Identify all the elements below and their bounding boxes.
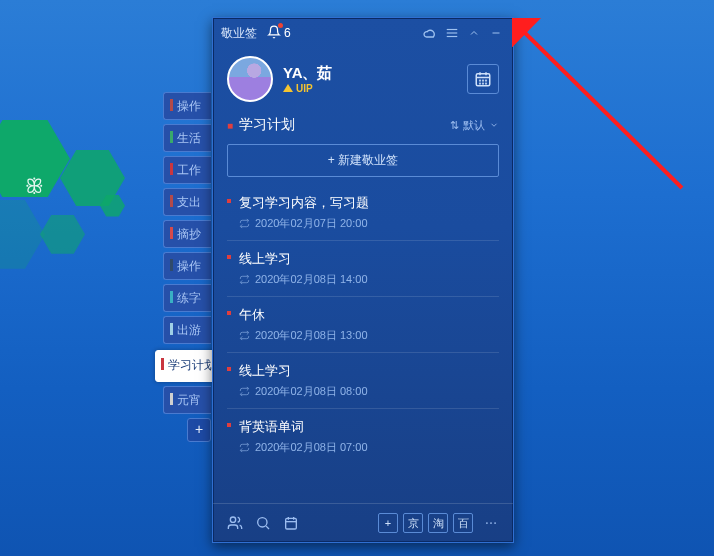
category-tab-label: 练字 (177, 291, 201, 305)
task-item[interactable]: 线上学习 2020年02月08日 08:00 (227, 353, 499, 409)
svg-point-18 (486, 83, 487, 84)
sort-label: 默认 (463, 118, 485, 133)
task-item[interactable]: 线上学习 2020年02月08日 14:00 (227, 241, 499, 297)
task-title: 午休 (239, 306, 499, 324)
svg-point-19 (230, 517, 235, 522)
svg-marker-2 (0, 200, 45, 269)
svg-point-16 (480, 83, 481, 84)
avatar[interactable] (227, 56, 273, 102)
collapse-icon[interactable] (465, 24, 483, 42)
svg-point-27 (490, 522, 492, 524)
category-tab[interactable]: 操作 (163, 252, 211, 280)
user-name: YA、茹 (283, 64, 467, 83)
notification-button[interactable]: 6 (267, 25, 291, 42)
category-tab-label: 工作 (177, 163, 201, 177)
category-tab[interactable]: 生活 (163, 124, 211, 152)
category-tab-label: 生活 (177, 131, 201, 145)
svg-line-29 (520, 28, 682, 188)
category-tab-label: 操作 (177, 259, 201, 273)
category-tab[interactable]: 出游 (163, 316, 211, 344)
category-tab-label: 出游 (177, 323, 201, 337)
user-row: YA、茹 UIP (213, 48, 513, 106)
app-title: 敬业签 (221, 25, 257, 42)
sort-arrows-icon: ⇅ (450, 119, 459, 132)
contacts-button[interactable] (225, 513, 245, 533)
task-time: 2020年02月07日 20:00 (255, 216, 368, 231)
svg-marker-4 (100, 195, 125, 217)
calendar-button[interactable] (467, 64, 499, 94)
category-tab-label: 摘抄 (177, 227, 201, 241)
history-button[interactable] (281, 513, 301, 533)
annotation-arrow (512, 18, 702, 218)
butterfly-icon: ꕥ (25, 175, 49, 195)
category-tabs: 操作 生活 工作 支出 摘抄 操作 练字 出游 (163, 92, 211, 348)
task-title: 复习学习内容，写习题 (239, 194, 499, 212)
app-window: 敬业签 6 YA、茹 UIP ■ (212, 17, 514, 543)
task-item[interactable]: 复习学习内容，写习题 2020年02月07日 20:00 (227, 185, 499, 241)
task-title: 线上学习 (239, 250, 499, 268)
new-note-button[interactable]: + 新建敬业签 (227, 144, 499, 177)
task-time: 2020年02月08日 14:00 (255, 272, 368, 287)
repeat-icon (239, 330, 250, 341)
category-tab[interactable]: 元宵 (163, 386, 211, 414)
svg-point-15 (486, 80, 487, 81)
category-tab-active[interactable]: 学习计划 (155, 350, 220, 382)
task-list: 复习学习内容，写习题 2020年02月07日 20:00 线上学习 2020年0… (213, 185, 513, 503)
search-button[interactable] (253, 513, 273, 533)
repeat-icon (239, 274, 250, 285)
repeat-icon (239, 442, 250, 453)
category-name: 学习计划 (239, 116, 295, 134)
svg-point-13 (480, 80, 481, 81)
svg-point-20 (258, 518, 267, 527)
task-title: 背英语单词 (239, 418, 499, 436)
svg-marker-1 (60, 150, 125, 206)
title-bar[interactable]: 敬业签 6 (213, 18, 513, 48)
bottom-box-tb[interactable]: 淘 (428, 513, 448, 533)
category-tab-label: 学习计划 (168, 358, 216, 372)
svg-point-26 (486, 522, 488, 524)
category-tab[interactable]: 操作 (163, 92, 211, 120)
menu-icon[interactable] (443, 24, 461, 42)
more-icon[interactable] (481, 513, 501, 533)
category-tab-label: 操作 (177, 99, 201, 113)
task-item[interactable]: 午休 2020年02月08日 13:00 (227, 297, 499, 353)
cloud-sync-icon[interactable] (421, 24, 439, 42)
bottom-box-bd[interactable]: 百 (453, 513, 473, 533)
category-tab[interactable]: 工作 (163, 156, 211, 184)
notification-count: 6 (284, 26, 291, 40)
category-bullet-icon: ■ (227, 120, 233, 131)
add-category-button[interactable]: + (187, 418, 211, 442)
minimize-icon[interactable] (487, 24, 505, 42)
task-time: 2020年02月08日 07:00 (255, 440, 368, 455)
sort-selector[interactable]: ⇅ 默认 (450, 118, 499, 133)
vip-badge: UIP (283, 83, 467, 94)
bottom-box-jd[interactable]: 京 (403, 513, 423, 533)
bottom-box-add[interactable]: + (378, 513, 398, 533)
task-title: 线上学习 (239, 362, 499, 380)
svg-marker-3 (40, 215, 85, 254)
category-tab-label: 元宵 (177, 393, 201, 407)
category-tab[interactable]: 支出 (163, 188, 211, 216)
task-item[interactable]: 背英语单词 2020年02月08日 07:00 (227, 409, 499, 464)
category-tab[interactable]: 摘抄 (163, 220, 211, 248)
svg-point-17 (483, 83, 484, 84)
svg-marker-0 (0, 120, 70, 197)
svg-line-21 (266, 526, 269, 529)
task-time: 2020年02月08日 08:00 (255, 384, 368, 399)
repeat-icon (239, 218, 250, 229)
bottom-bar: + 京 淘 百 (213, 503, 513, 542)
svg-point-14 (483, 80, 484, 81)
category-header: ■ 学习计划 ⇅ 默认 (213, 106, 513, 140)
bell-icon (267, 25, 281, 42)
chevron-down-icon (489, 120, 499, 130)
repeat-icon (239, 386, 250, 397)
category-tab[interactable]: 练字 (163, 284, 211, 312)
svg-point-28 (494, 522, 496, 524)
category-tab-label: 支出 (177, 195, 201, 209)
svg-rect-22 (286, 518, 297, 529)
task-time: 2020年02月08日 13:00 (255, 328, 368, 343)
